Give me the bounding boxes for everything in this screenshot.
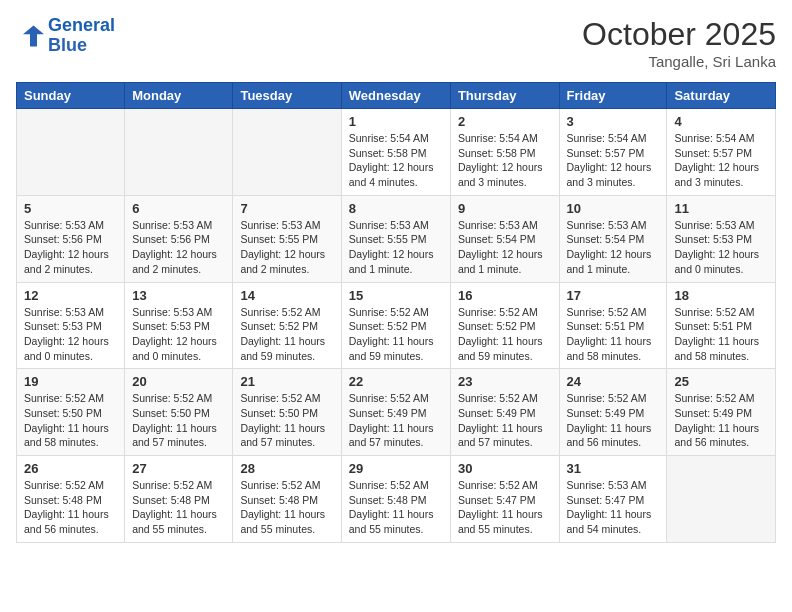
day-info: Sunrise: 5:52 AM Sunset: 5:49 PM Dayligh…: [567, 391, 660, 450]
calendar-cell: 5Sunrise: 5:53 AM Sunset: 5:56 PM Daylig…: [17, 195, 125, 282]
logo-text: General Blue: [48, 16, 115, 56]
logo-line1: General: [48, 15, 115, 35]
day-info: Sunrise: 5:54 AM Sunset: 5:58 PM Dayligh…: [349, 131, 443, 190]
calendar-cell: 11Sunrise: 5:53 AM Sunset: 5:53 PM Dayli…: [667, 195, 776, 282]
calendar-cell: 13Sunrise: 5:53 AM Sunset: 5:53 PM Dayli…: [125, 282, 233, 369]
day-number: 7: [240, 201, 333, 216]
calendar-cell: 22Sunrise: 5:52 AM Sunset: 5:49 PM Dayli…: [341, 369, 450, 456]
calendar-cell: 1Sunrise: 5:54 AM Sunset: 5:58 PM Daylig…: [341, 109, 450, 196]
calendar-cell: 21Sunrise: 5:52 AM Sunset: 5:50 PM Dayli…: [233, 369, 341, 456]
logo-icon: [16, 22, 44, 50]
day-info: Sunrise: 5:53 AM Sunset: 5:53 PM Dayligh…: [674, 218, 768, 277]
day-number: 23: [458, 374, 552, 389]
calendar-cell: 7Sunrise: 5:53 AM Sunset: 5:55 PM Daylig…: [233, 195, 341, 282]
day-info: Sunrise: 5:52 AM Sunset: 5:49 PM Dayligh…: [674, 391, 768, 450]
day-number: 4: [674, 114, 768, 129]
calendar-cell: 19Sunrise: 5:52 AM Sunset: 5:50 PM Dayli…: [17, 369, 125, 456]
day-info: Sunrise: 5:53 AM Sunset: 5:55 PM Dayligh…: [240, 218, 333, 277]
day-number: 27: [132, 461, 225, 476]
day-number: 24: [567, 374, 660, 389]
day-number: 17: [567, 288, 660, 303]
calendar-cell: 8Sunrise: 5:53 AM Sunset: 5:55 PM Daylig…: [341, 195, 450, 282]
day-info: Sunrise: 5:52 AM Sunset: 5:48 PM Dayligh…: [132, 478, 225, 537]
day-info: Sunrise: 5:52 AM Sunset: 5:48 PM Dayligh…: [24, 478, 117, 537]
day-number: 25: [674, 374, 768, 389]
calendar-cell: 29Sunrise: 5:52 AM Sunset: 5:48 PM Dayli…: [341, 456, 450, 543]
day-number: 18: [674, 288, 768, 303]
calendar-cell: 30Sunrise: 5:52 AM Sunset: 5:47 PM Dayli…: [450, 456, 559, 543]
day-info: Sunrise: 5:52 AM Sunset: 5:50 PM Dayligh…: [24, 391, 117, 450]
day-number: 8: [349, 201, 443, 216]
day-info: Sunrise: 5:53 AM Sunset: 5:55 PM Dayligh…: [349, 218, 443, 277]
day-number: 11: [674, 201, 768, 216]
calendar-cell: 18Sunrise: 5:52 AM Sunset: 5:51 PM Dayli…: [667, 282, 776, 369]
day-number: 19: [24, 374, 117, 389]
day-info: Sunrise: 5:53 AM Sunset: 5:54 PM Dayligh…: [458, 218, 552, 277]
weekday-header: Friday: [559, 83, 667, 109]
day-number: 5: [24, 201, 117, 216]
calendar-cell: 10Sunrise: 5:53 AM Sunset: 5:54 PM Dayli…: [559, 195, 667, 282]
calendar-week-row: 26Sunrise: 5:52 AM Sunset: 5:48 PM Dayli…: [17, 456, 776, 543]
day-info: Sunrise: 5:54 AM Sunset: 5:57 PM Dayligh…: [674, 131, 768, 190]
day-number: 29: [349, 461, 443, 476]
calendar-cell: [233, 109, 341, 196]
day-number: 16: [458, 288, 552, 303]
day-info: Sunrise: 5:53 AM Sunset: 5:56 PM Dayligh…: [132, 218, 225, 277]
location: Tangalle, Sri Lanka: [582, 53, 776, 70]
day-number: 1: [349, 114, 443, 129]
calendar-cell: 12Sunrise: 5:53 AM Sunset: 5:53 PM Dayli…: [17, 282, 125, 369]
calendar-cell: [125, 109, 233, 196]
day-info: Sunrise: 5:52 AM Sunset: 5:51 PM Dayligh…: [674, 305, 768, 364]
day-number: 10: [567, 201, 660, 216]
calendar-cell: 2Sunrise: 5:54 AM Sunset: 5:58 PM Daylig…: [450, 109, 559, 196]
calendar-cell: 26Sunrise: 5:52 AM Sunset: 5:48 PM Dayli…: [17, 456, 125, 543]
weekday-header: Thursday: [450, 83, 559, 109]
calendar-header-row: SundayMondayTuesdayWednesdayThursdayFrid…: [17, 83, 776, 109]
calendar-week-row: 12Sunrise: 5:53 AM Sunset: 5:53 PM Dayli…: [17, 282, 776, 369]
calendar-week-row: 19Sunrise: 5:52 AM Sunset: 5:50 PM Dayli…: [17, 369, 776, 456]
day-number: 20: [132, 374, 225, 389]
day-info: Sunrise: 5:53 AM Sunset: 5:56 PM Dayligh…: [24, 218, 117, 277]
weekday-header: Tuesday: [233, 83, 341, 109]
calendar-cell: [17, 109, 125, 196]
day-info: Sunrise: 5:52 AM Sunset: 5:48 PM Dayligh…: [240, 478, 333, 537]
day-info: Sunrise: 5:53 AM Sunset: 5:47 PM Dayligh…: [567, 478, 660, 537]
day-info: Sunrise: 5:52 AM Sunset: 5:48 PM Dayligh…: [349, 478, 443, 537]
calendar-cell: 31Sunrise: 5:53 AM Sunset: 5:47 PM Dayli…: [559, 456, 667, 543]
day-info: Sunrise: 5:53 AM Sunset: 5:53 PM Dayligh…: [132, 305, 225, 364]
calendar-cell: 25Sunrise: 5:52 AM Sunset: 5:49 PM Dayli…: [667, 369, 776, 456]
day-info: Sunrise: 5:53 AM Sunset: 5:54 PM Dayligh…: [567, 218, 660, 277]
day-number: 30: [458, 461, 552, 476]
day-info: Sunrise: 5:54 AM Sunset: 5:58 PM Dayligh…: [458, 131, 552, 190]
calendar-cell: 20Sunrise: 5:52 AM Sunset: 5:50 PM Dayli…: [125, 369, 233, 456]
weekday-header: Wednesday: [341, 83, 450, 109]
day-number: 12: [24, 288, 117, 303]
logo: General Blue: [16, 16, 115, 56]
calendar-table: SundayMondayTuesdayWednesdayThursdayFrid…: [16, 82, 776, 543]
calendar-cell: 23Sunrise: 5:52 AM Sunset: 5:49 PM Dayli…: [450, 369, 559, 456]
page-header: General Blue October 2025 Tangalle, Sri …: [16, 16, 776, 70]
calendar-cell: 27Sunrise: 5:52 AM Sunset: 5:48 PM Dayli…: [125, 456, 233, 543]
day-number: 15: [349, 288, 443, 303]
day-info: Sunrise: 5:52 AM Sunset: 5:52 PM Dayligh…: [349, 305, 443, 364]
calendar-cell: 9Sunrise: 5:53 AM Sunset: 5:54 PM Daylig…: [450, 195, 559, 282]
calendar-cell: 17Sunrise: 5:52 AM Sunset: 5:51 PM Dayli…: [559, 282, 667, 369]
day-number: 31: [567, 461, 660, 476]
svg-marker-0: [23, 25, 44, 46]
calendar-cell: 15Sunrise: 5:52 AM Sunset: 5:52 PM Dayli…: [341, 282, 450, 369]
day-number: 9: [458, 201, 552, 216]
calendar-cell: 4Sunrise: 5:54 AM Sunset: 5:57 PM Daylig…: [667, 109, 776, 196]
day-number: 22: [349, 374, 443, 389]
day-info: Sunrise: 5:52 AM Sunset: 5:47 PM Dayligh…: [458, 478, 552, 537]
logo-line2: Blue: [48, 35, 87, 55]
calendar-week-row: 5Sunrise: 5:53 AM Sunset: 5:56 PM Daylig…: [17, 195, 776, 282]
day-info: Sunrise: 5:52 AM Sunset: 5:49 PM Dayligh…: [458, 391, 552, 450]
calendar-cell: 24Sunrise: 5:52 AM Sunset: 5:49 PM Dayli…: [559, 369, 667, 456]
day-info: Sunrise: 5:52 AM Sunset: 5:52 PM Dayligh…: [240, 305, 333, 364]
day-number: 2: [458, 114, 552, 129]
day-number: 28: [240, 461, 333, 476]
day-number: 3: [567, 114, 660, 129]
weekday-header: Saturday: [667, 83, 776, 109]
day-info: Sunrise: 5:52 AM Sunset: 5:51 PM Dayligh…: [567, 305, 660, 364]
month-title: October 2025: [582, 16, 776, 53]
